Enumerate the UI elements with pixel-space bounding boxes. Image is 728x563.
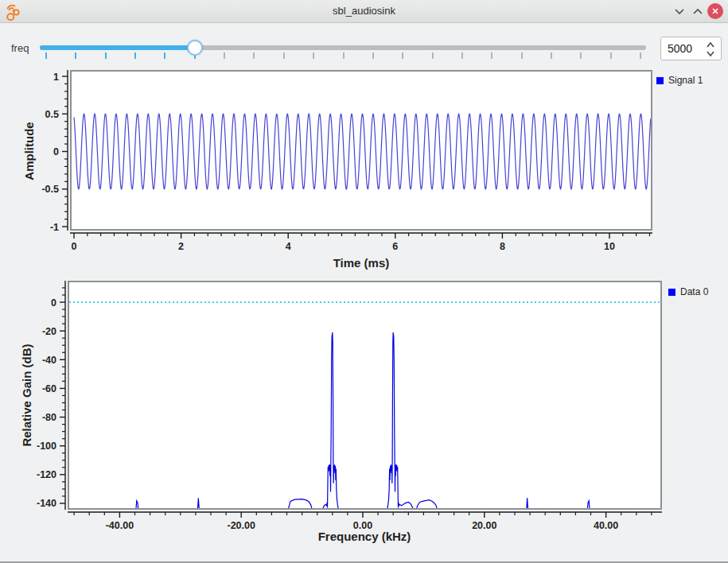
svg-text:-20.00: -20.00 bbox=[227, 520, 255, 531]
freq-slider-tick bbox=[432, 52, 434, 59]
svg-text:-80: -80 bbox=[42, 412, 56, 423]
svg-text:0: 0 bbox=[53, 146, 59, 157]
fft-plot-canvas[interactable]: -40.00-20.000.0020.0040.000-20-40-60-80-… bbox=[0, 0, 728, 563]
svg-text:0.5: 0.5 bbox=[45, 109, 59, 120]
freq-slider-fill bbox=[40, 45, 195, 50]
freq-slider-tick bbox=[45, 52, 47, 59]
freq-slider-tick bbox=[283, 52, 285, 59]
freq-slider-tick bbox=[491, 52, 492, 59]
freq-slider-tick bbox=[402, 52, 403, 59]
freq-slider-tick bbox=[224, 52, 225, 59]
freq-slider-tick bbox=[134, 52, 136, 59]
chevron-up-icon bbox=[693, 9, 703, 14]
svg-text:-40: -40 bbox=[42, 355, 56, 366]
freq-slider-tick bbox=[313, 52, 314, 59]
svg-text:40.00: 40.00 bbox=[594, 520, 618, 531]
close-icon bbox=[711, 7, 719, 15]
fft-plot-legend: Data 0 bbox=[668, 286, 708, 297]
time-plot-legend: Signal 1 bbox=[656, 75, 703, 86]
freq-slider-tick bbox=[640, 52, 641, 59]
svg-text:-0.5: -0.5 bbox=[41, 184, 59, 195]
freq-slider-tick bbox=[580, 52, 582, 59]
freq-slider-tick bbox=[343, 52, 345, 59]
svg-text:-60: -60 bbox=[42, 383, 56, 394]
close-button[interactable] bbox=[707, 3, 723, 19]
svg-text:-140: -140 bbox=[37, 498, 56, 509]
maximize-button[interactable] bbox=[689, 3, 706, 20]
svg-text:8: 8 bbox=[500, 241, 505, 252]
titlebar: sbl_audiosink bbox=[0, 0, 728, 23]
data0-legend-swatch bbox=[668, 289, 675, 296]
svg-text:-40.00: -40.00 bbox=[106, 520, 134, 531]
freq-slider-tick bbox=[253, 52, 255, 59]
freq-slider-tick bbox=[372, 52, 374, 59]
svg-text:-120: -120 bbox=[37, 469, 56, 480]
svg-text:6: 6 bbox=[392, 241, 398, 252]
app-window: sbl_audiosink freq 024681010.50-0.5-1 Am… bbox=[0, 0, 728, 563]
svg-text:0: 0 bbox=[72, 241, 77, 252]
freq-slider-tick bbox=[164, 52, 165, 59]
signal1-legend-swatch bbox=[656, 77, 664, 84]
svg-text:10: 10 bbox=[604, 241, 615, 252]
svg-text:4: 4 bbox=[286, 241, 291, 252]
time-plot: 024681010.50-0.5-1 Amplitude Time (ms) S… bbox=[0, 0, 728, 561]
svg-text:0: 0 bbox=[51, 297, 56, 309]
svg-text:1: 1 bbox=[53, 72, 59, 83]
freq-spinbox[interactable] bbox=[660, 37, 722, 60]
time-plot-y-axis-title: Amplitude bbox=[22, 122, 36, 180]
freq-slider[interactable] bbox=[40, 35, 648, 62]
window-title: sbl_audiosink bbox=[0, 5, 728, 17]
spin-up-icon bbox=[707, 43, 714, 47]
svg-text:-100: -100 bbox=[37, 441, 56, 452]
minimize-button[interactable] bbox=[671, 3, 687, 20]
svg-text:2: 2 bbox=[178, 241, 184, 252]
time-plot-canvas[interactable]: 024681010.50-0.5-1 bbox=[0, 0, 728, 563]
svg-text:20.00: 20.00 bbox=[472, 520, 496, 531]
freq-slider-tick bbox=[610, 52, 612, 59]
fft-plot-y-axis-title: Relative Gain (dB) bbox=[20, 344, 33, 446]
time-plot-x-axis-title: Time (ms) bbox=[333, 256, 390, 270]
svg-text:-20: -20 bbox=[42, 326, 56, 337]
freq-slider-tick bbox=[521, 52, 523, 59]
freq-spinbox-buttons[interactable] bbox=[705, 40, 716, 59]
signal1-legend-label: Signal 1 bbox=[668, 75, 703, 86]
svg-text:0.00: 0.00 bbox=[353, 520, 372, 531]
freq-slider-tick bbox=[461, 52, 463, 59]
freq-slider-tick bbox=[75, 52, 76, 59]
freq-slider-tick bbox=[105, 52, 107, 59]
freq-label: freq bbox=[11, 42, 29, 54]
data0-legend-label: Data 0 bbox=[680, 286, 708, 297]
svg-text:-1: -1 bbox=[50, 222, 59, 233]
chevron-down-icon bbox=[675, 9, 684, 14]
spin-down-icon bbox=[707, 52, 714, 56]
freq-spinbox-input[interactable] bbox=[668, 40, 701, 57]
fft-plot: -40.00-20.000.0020.0040.000-20-40-60-80-… bbox=[0, 0, 728, 561]
fft-plot-x-axis-title: Frequency (kHz) bbox=[318, 530, 411, 543]
freq-slider-tick bbox=[551, 52, 552, 59]
freq-slider-handle[interactable] bbox=[187, 40, 203, 56]
